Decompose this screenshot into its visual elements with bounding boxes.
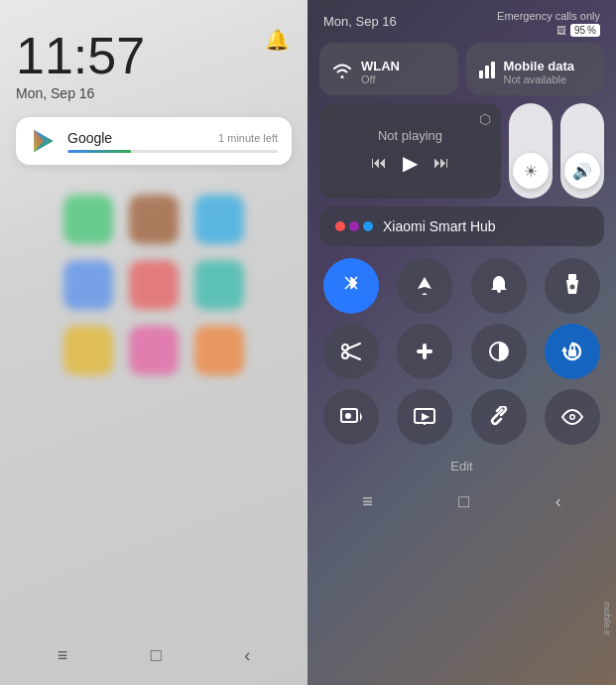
svg-rect-15 [417, 349, 432, 353]
app-icon [129, 326, 179, 375]
bluetooth-button[interactable] [323, 258, 379, 314]
svg-marker-20 [360, 412, 362, 422]
app-icon [63, 326, 113, 375]
lock-rotation-icon [561, 341, 583, 362]
app-icon [194, 195, 244, 244]
edit-label[interactable]: Edit [319, 459, 604, 474]
link-icon [488, 406, 510, 428]
health-button[interactable] [397, 324, 452, 379]
svg-rect-18 [568, 349, 576, 356]
svg-point-21 [345, 413, 351, 419]
right-panel: Mon, Sep 16 Emergency calls only 🖼 95 % [308, 0, 616, 685]
battery-level: 95 [574, 25, 585, 36]
smart-hub-label: Xiaomi Smart Hub [383, 218, 496, 234]
link-button[interactable] [471, 389, 527, 445]
svg-marker-23 [422, 413, 430, 421]
app-icon [194, 326, 244, 375]
left-nav-bar: ≡ □ ‹ [16, 633, 292, 677]
left-nav-home[interactable]: □ [151, 645, 162, 666]
svg-marker-17 [561, 346, 567, 351]
volume-thumb: 🔊 [564, 153, 600, 189]
notifications-button[interactable] [471, 258, 527, 314]
left-panel: 11:57 Mon, Sep 16 🔔 Google 1 minute left [0, 0, 308, 685]
clock-time: 11:57 [16, 30, 292, 81]
status-icons: 🖼 95 % [497, 24, 600, 37]
smart-hub-tile[interactable]: Xiaomi Smart Hub [319, 206, 604, 246]
hub-dot-red [335, 221, 345, 231]
hub-dot-purple [349, 221, 359, 231]
brightness-slider[interactable]: ☀ [509, 103, 553, 199]
not-playing-label: Not playing [378, 128, 442, 143]
wifi-icon [331, 62, 353, 79]
right-date: Mon, Sep 16 [323, 14, 397, 29]
app-row-2 [16, 260, 292, 310]
battery-symbol: % [587, 25, 596, 36]
prev-button[interactable]: ⏮ [371, 154, 387, 172]
brightness-icon: ☀ [524, 162, 538, 181]
flashlight-button[interactable] [545, 258, 600, 314]
svg-line-12 [347, 343, 360, 349]
notification-content: Google 1 minute left [67, 130, 278, 153]
settings-icon[interactable]: 🔔 [265, 28, 290, 52]
scissors-icon [340, 341, 362, 362]
app-row-1 [16, 195, 292, 244]
right-nav-back[interactable]: ‹ [555, 491, 561, 512]
notification-title: Google [67, 130, 112, 146]
mobile-data-sublabel: Not available [504, 73, 575, 85]
media-tile[interactable]: ⬡ Not playing ⏮ ▶ ⏭ [319, 103, 501, 199]
notification-card[interactable]: Google 1 minute left [16, 117, 292, 165]
hub-dots [335, 221, 373, 231]
app-row-3 [16, 326, 292, 375]
airplane-button[interactable] [397, 258, 452, 314]
cast-button[interactable] [397, 389, 452, 445]
app-icon [63, 260, 113, 310]
next-button[interactable]: ⏭ [433, 154, 449, 172]
media-brightness-row: ⬡ Not playing ⏮ ▶ ⏭ ☀ 🔊 [319, 103, 604, 199]
app-icons-blurred [16, 195, 292, 633]
wlan-tile[interactable]: WLAN Off [319, 43, 458, 95]
app-icon [63, 195, 113, 244]
image-icon: 🖼 [556, 25, 566, 36]
svg-rect-3 [485, 66, 489, 78]
app-icon [129, 195, 179, 244]
watermark: mobile.ir [602, 602, 612, 635]
hub-dot-blue [363, 221, 373, 231]
cast-icon: ⬡ [479, 111, 491, 127]
svg-rect-4 [491, 62, 495, 78]
eye-button[interactable] [545, 389, 600, 445]
notification-progress-bar [67, 150, 131, 153]
volume-icon: 🔊 [572, 162, 592, 181]
reading-mode-button[interactable] [471, 324, 527, 379]
volume-slider[interactable]: 🔊 [560, 103, 604, 199]
screenshot-button[interactable] [323, 324, 379, 379]
mobile-data-icon [478, 61, 496, 80]
time-display: 11:57 Mon, Sep 16 [16, 30, 292, 101]
play-button[interactable]: ▶ [403, 151, 418, 175]
emergency-calls-label: Emergency calls only [497, 10, 600, 22]
cast-icon-btn [414, 408, 435, 426]
svg-rect-7 [568, 274, 576, 280]
screen-record-icon [340, 408, 362, 426]
flashlight-icon [564, 274, 580, 298]
mobile-data-tile[interactable]: Mobile data Not available [466, 43, 605, 95]
airplane-icon [414, 275, 435, 297]
screen-record-button[interactable] [323, 389, 379, 445]
svg-rect-2 [479, 70, 483, 78]
eye-icon [561, 409, 583, 425]
wlan-sublabel: Off [361, 73, 400, 85]
left-nav-back[interactable]: ‹ [244, 645, 250, 666]
right-nav-home[interactable]: □ [458, 491, 469, 512]
health-icon [414, 341, 435, 362]
right-top-bar: Mon, Sep 16 Emergency calls only 🖼 95 % [319, 0, 604, 43]
left-nav-menu[interactable]: ≡ [58, 645, 68, 666]
mobile-data-label: Mobile data [504, 59, 575, 73]
svg-point-9 [569, 285, 574, 290]
lock-rotation-button[interactable] [545, 324, 600, 379]
right-nav-menu[interactable]: ≡ [362, 491, 373, 512]
bell-icon [489, 275, 509, 297]
notification-time: 1 minute left [218, 132, 278, 144]
status-area: Emergency calls only 🖼 95 % [497, 10, 600, 37]
wlan-label: WLAN [361, 59, 400, 73]
right-nav-bar: ≡ □ ‹ [319, 480, 604, 523]
media-controls: ⏮ ▶ ⏭ [371, 151, 449, 175]
